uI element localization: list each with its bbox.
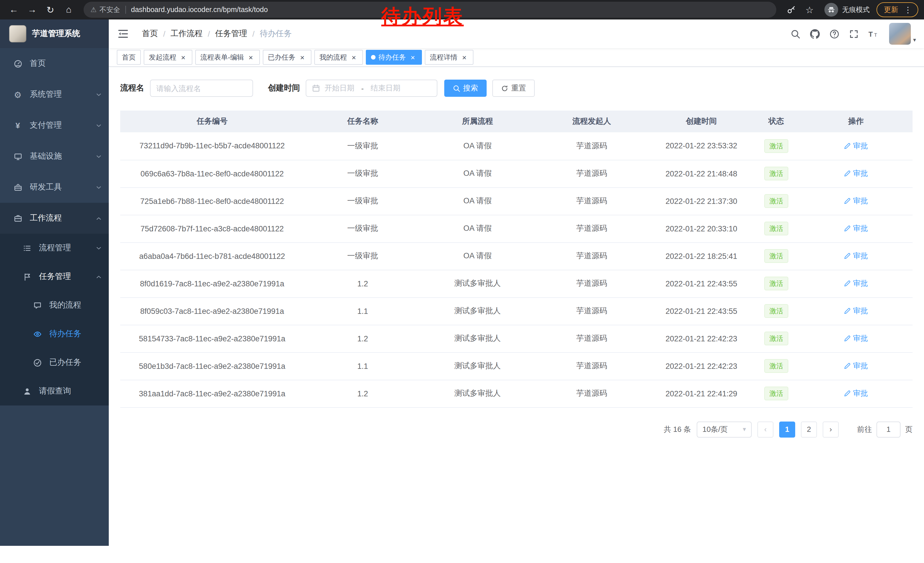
reload-icon[interactable]: ↻: [42, 2, 58, 18]
search-icon[interactable]: [787, 23, 804, 45]
browser-home-icon[interactable]: ⌂: [61, 2, 77, 18]
sidebar-item-workflow[interactable]: 工作流程: [0, 203, 109, 234]
range-separator: -: [361, 84, 364, 93]
column-header: 创建时间: [650, 111, 753, 132]
breadcrumb-item[interactable]: 任务管理: [215, 29, 248, 39]
cell-text: 芋道源码: [576, 334, 607, 342]
cell-starter: 芋道源码: [534, 297, 650, 325]
cell-starter: 芋道源码: [534, 270, 650, 297]
forward-icon[interactable]: →: [24, 2, 40, 18]
sidebar-item-my-process[interactable]: 我的流程: [0, 291, 109, 320]
end-date-input[interactable]: 结束日期: [371, 83, 400, 93]
edit-icon: [844, 280, 851, 287]
approve-link[interactable]: 审批: [844, 224, 868, 234]
approve-link[interactable]: 审批: [844, 361, 868, 371]
cell-text: OA 请假: [464, 251, 492, 260]
tab-process-form-edit[interactable]: 流程表单-编辑×: [195, 50, 260, 65]
approve-link[interactable]: 审批: [844, 196, 868, 206]
cell-time: 2022-01-22 23:53:32: [650, 132, 753, 160]
sidebar-item-system[interactable]: ⚙系统管理: [0, 79, 109, 110]
search-button[interactable]: 搜索: [444, 80, 487, 97]
goto-group: 前往 页: [857, 421, 912, 437]
sidebar-item-task-management[interactable]: 任务管理: [0, 262, 109, 291]
breadcrumb-item[interactable]: 工作流程: [171, 29, 202, 39]
approve-link[interactable]: 审批: [844, 141, 868, 151]
page-button-2[interactable]: 2: [801, 421, 817, 437]
approve-link[interactable]: 审批: [844, 306, 868, 316]
page-content: 流程名 创建时间 开始日期 - 结束日期 搜索 重: [109, 67, 924, 546]
sidebar-item-payment[interactable]: ¥支付管理: [0, 110, 109, 141]
security-label[interactable]: 不安全: [100, 5, 120, 15]
close-icon[interactable]: ×: [460, 53, 468, 61]
cell-id: 381aa1dd-7ac8-11ec-a9e2-a2380e71991a: [120, 380, 304, 407]
sidebar-item-infrastructure[interactable]: 基础设施: [0, 141, 109, 172]
sidebar-item-devtools[interactable]: 研发工具: [0, 172, 109, 203]
cell-text: 芋道源码: [576, 141, 607, 150]
approve-link[interactable]: 审批: [844, 278, 868, 289]
close-icon[interactable]: ×: [298, 53, 306, 61]
bookmark-star-icon[interactable]: ☆: [801, 2, 818, 18]
cell-text: 2022-01-22 18:25:41: [666, 252, 737, 260]
cell-text: 芋道源码: [576, 362, 607, 370]
tab-done-task[interactable]: 已办任务×: [263, 50, 311, 65]
reset-button[interactable]: 重置: [492, 80, 535, 97]
cell-time: 2022-01-21 22:42:23: [650, 352, 753, 380]
fullscreen-icon[interactable]: [846, 23, 863, 45]
approve-link[interactable]: 审批: [844, 168, 868, 179]
edit-icon: [844, 143, 851, 150]
menu-kebab-icon[interactable]: ⋮: [902, 5, 914, 14]
tab-my-process[interactable]: 我的流程×: [314, 50, 363, 65]
approve-link[interactable]: 审批: [844, 333, 868, 344]
help-icon[interactable]: [826, 23, 843, 45]
page-size-select[interactable]: 10条/页 ▾: [697, 421, 752, 437]
prev-page-button[interactable]: ‹: [758, 421, 773, 437]
date-range-picker[interactable]: 开始日期 - 结束日期: [306, 80, 437, 97]
sidebar-item-label: 流程管理: [39, 243, 96, 253]
sidebar-item-label: 研发工具: [30, 182, 96, 192]
tab-start-process[interactable]: 发起流程×: [144, 50, 192, 65]
tab-todo-task[interactable]: 待办任务×: [366, 50, 422, 65]
sidebar-item-process-management[interactable]: 流程管理: [0, 234, 109, 262]
update-button[interactable]: 更新 ⋮: [876, 2, 918, 17]
approve-link[interactable]: 审批: [844, 388, 868, 399]
close-icon[interactable]: ×: [179, 53, 187, 61]
status-badge: 激活: [764, 222, 788, 236]
github-icon[interactable]: [807, 23, 824, 45]
close-icon[interactable]: ×: [409, 53, 417, 61]
sidebar-item-todo-task[interactable]: 待办任务: [0, 320, 109, 348]
cell-time: 2022-01-22 21:37:30: [650, 187, 753, 215]
table-header-row: 任务编号任务名称所属流程流程发起人创建时间状态操作: [120, 111, 912, 132]
status-badge: 激活: [764, 167, 788, 180]
search-button-label: 搜索: [463, 83, 478, 93]
cell-text: 069c6a63-7b8a-11ec-8ef0-acde48001122: [141, 169, 284, 178]
process-name-input[interactable]: [150, 80, 253, 97]
password-key-icon[interactable]: [783, 2, 799, 18]
start-date-input[interactable]: 开始日期: [325, 83, 354, 93]
approve-label: 审批: [853, 361, 868, 371]
cell-starter: 芋道源码: [534, 325, 650, 352]
close-icon[interactable]: ×: [350, 53, 358, 61]
url-text[interactable]: dashboard.yudao.iocoder.cn/bpm/task/todo: [131, 6, 268, 14]
back-icon[interactable]: ←: [6, 2, 22, 18]
sidebar-item-done-task[interactable]: 已办任务: [0, 348, 109, 377]
user-avatar[interactable]: [889, 23, 911, 45]
tab-process-detail[interactable]: 流程详情×: [425, 50, 474, 65]
breadcrumb-item[interactable]: 首页: [142, 29, 158, 39]
approve-link[interactable]: 审批: [844, 251, 868, 261]
menu-fold-icon[interactable]: [109, 20, 137, 48]
close-icon[interactable]: ×: [247, 53, 255, 61]
table-row: 8f059c03-7ac8-11ec-a9e2-a2380e71991a1.1测…: [120, 297, 912, 325]
next-page-button[interactable]: ›: [823, 421, 839, 437]
page-button-1[interactable]: 1: [779, 421, 795, 437]
font-size-icon[interactable]: TT: [865, 23, 882, 45]
sidebar-item-home[interactable]: 首页: [0, 48, 109, 79]
address-divider: [125, 6, 126, 14]
sidebar-item-leave-query[interactable]: 请假查询: [0, 377, 109, 405]
logo-row[interactable]: 芋道管理系统: [0, 20, 109, 48]
cell-starter: 芋道源码: [534, 187, 650, 215]
sidebar-item-label: 我的流程: [49, 300, 102, 311]
goto-page-input[interactable]: [876, 421, 900, 437]
user-menu[interactable]: ▾: [889, 23, 916, 45]
cell-action: 审批: [799, 215, 912, 242]
tab-home[interactable]: 首页: [117, 50, 141, 65]
